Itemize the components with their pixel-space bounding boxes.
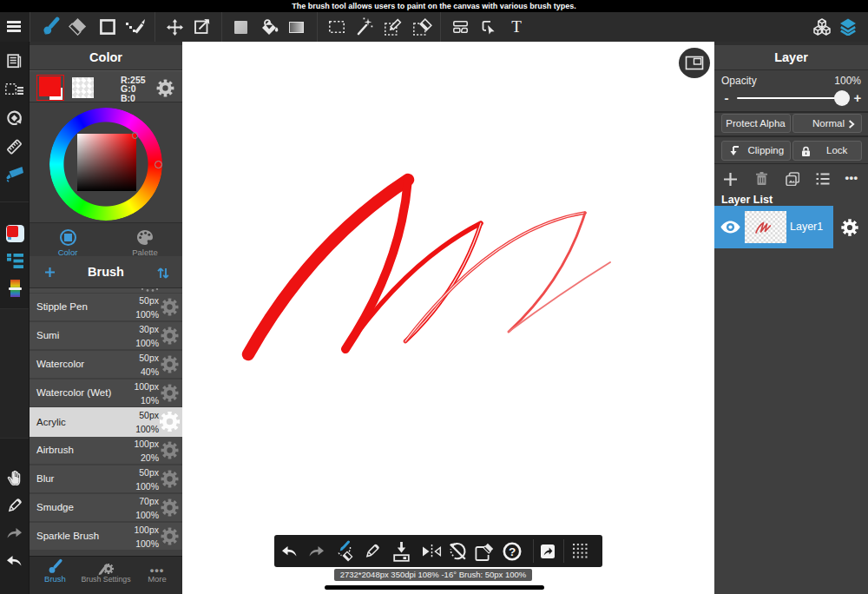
svg-text:?: ? (509, 545, 516, 558)
